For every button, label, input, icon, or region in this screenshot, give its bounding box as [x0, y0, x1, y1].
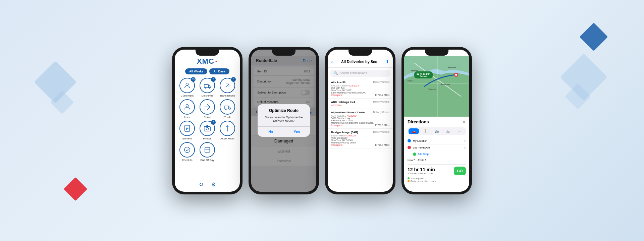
route-icon — [204, 103, 211, 111]
end-of-day-cell[interactable]: End Of Day — [198, 142, 216, 162]
directions-result: 12 hr 11 min 800 miles · Fastest route G… — [408, 164, 466, 177]
my-location-dot — [408, 139, 411, 142]
user-cell[interactable]: User — [178, 99, 196, 119]
directions-time-info: 12 hr 11 min 800 miles · Fastest route — [408, 167, 435, 175]
now-dropdown[interactable]: Now ▾ — [408, 159, 415, 162]
map-area: Toronto Montreal Detroit Baltimore Charl… — [404, 56, 469, 117]
asset-maint-cell[interactable]: Asset Maint — [218, 121, 236, 140]
delivery-item-1[interactable]: Alta Ace 50 Delivery Orders AACUSTOMER 4… — [328, 79, 393, 99]
customers-label: Customers — [181, 94, 194, 97]
delivery-item-4[interactable]: Bestype Image (PAR) Delivery Orders BEST… — [328, 129, 393, 148]
svg-point-6 — [225, 109, 226, 110]
tolls-warning-text: Tolls required — [411, 177, 424, 180]
phone-1-bottom-actions: ↻ ⚙ — [199, 181, 216, 192]
customers-badge: 35 — [191, 77, 196, 82]
search-icon: 🔍 — [334, 71, 338, 75]
map-svg: Toronto Montreal Detroit Baltimore Charl… — [404, 56, 469, 117]
delivery-3-customer: ALPHABETLD 4/23/2024 — [331, 115, 389, 117]
now-avoid-row: Now ▾ Avoid ▾ — [408, 157, 466, 163]
route-time-text: 12 hr 11 min — [417, 73, 430, 75]
photos-cell[interactable]: 0 Photos — [198, 121, 216, 140]
transport-tab-transit[interactable]: 🚌 — [431, 128, 442, 134]
customers-icon-circle: 35 — [179, 78, 195, 93]
delivery-item-2[interactable]: ABC Holdings Inc1 Delivery Orders 4/23/2… — [328, 99, 393, 109]
modal-title: Optimize Route — [258, 104, 310, 114]
svg-rect-5 — [224, 106, 229, 109]
back-button[interactable]: ‹ — [331, 58, 333, 65]
photos-badge: 0 — [211, 120, 216, 125]
transactions-cell[interactable]: 0 Transactions — [218, 78, 236, 97]
add-stop-label: Add Stop — [418, 153, 429, 156]
truck-cell[interactable]: Truck — [218, 99, 236, 119]
phone-3-deliveries: ‹ All Deliveries by Seq ⬆ 🔍 Search Trans… — [325, 47, 395, 194]
delivery-1-note: Early Morning / Pull into Dock AA — [331, 92, 389, 94]
modal-no-button[interactable]: No — [258, 127, 284, 137]
customers-cell[interactable]: 35 Customers — [178, 78, 196, 97]
phone-2-route-sale: Route-Sale Done Item ID 1011 Description… — [249, 47, 319, 194]
end-of-day-icon-circle — [200, 142, 215, 158]
settings-icon[interactable]: ⚙ — [211, 181, 216, 188]
phone-1-notch — [196, 50, 219, 56]
route-label: Route — [204, 116, 211, 119]
add-stop-button[interactable]: Add Stop — [408, 151, 466, 157]
check-in-icon — [183, 146, 191, 154]
phone-3-notch — [348, 50, 372, 56]
delivery-1-type: Delivery Orders — [373, 81, 389, 84]
check-in-cell[interactable]: Check In — [178, 142, 196, 162]
svg-text:Charlotte: Charlotte — [428, 88, 436, 90]
destination-label: 156 Tenth Ave — [413, 146, 430, 149]
transport-tab-more[interactable]: ⋯ — [454, 128, 465, 134]
deliveries-cell[interactable]: 0 Deliveries — [198, 78, 216, 97]
delivery-item-3[interactable]: Alphaetland School Center Delivery Order… — [328, 109, 393, 129]
delivery-1-customer: AACUSTOMER 4/23/2024 — [331, 84, 389, 87]
delivery-4-amount: E 716.0 Miles — [375, 144, 389, 146]
svg-point-0 — [186, 83, 188, 85]
check-in-icon-circle — [179, 142, 195, 158]
refresh-icon[interactable]: ↻ — [199, 181, 203, 188]
transport-tab-walk[interactable]: 🚶 — [420, 128, 430, 134]
svg-rect-1 — [204, 84, 209, 87]
route-time-badge: 12 hr 11 min Fastest — [414, 71, 433, 78]
transactions-icon — [224, 82, 231, 89]
route-fastest-label: Fastest — [417, 75, 430, 77]
transport-tab-car[interactable]: 🚗 — [409, 128, 419, 134]
search-bar[interactable]: 🔍 Search Transactions — [330, 70, 390, 77]
user-label: User — [184, 116, 190, 119]
xmc-logo-text: XMC — [197, 57, 214, 66]
deliveries-header: ‹ All Deliveries by Seq ⬆ — [328, 56, 393, 68]
go-button[interactable]: GO — [454, 167, 466, 175]
close-directions-icon[interactable]: ✕ — [462, 119, 466, 125]
modal-yes-button[interactable]: Yes — [284, 127, 310, 137]
route-icon-circle — [200, 99, 215, 115]
deliveries-icon-circle: 0 — [200, 78, 215, 93]
delivery-3-city: Baltimore, NY 11710 — [331, 119, 389, 122]
truck-icon — [224, 103, 231, 111]
all-weeks-button[interactable]: All Weeks — [185, 68, 207, 74]
result-time: 12 hr 11 min — [408, 167, 435, 172]
route-cell[interactable]: Route — [198, 99, 216, 119]
delivery-4-city: New York, NY 10040 — [331, 139, 389, 141]
delivery-2-name: ABC Holdings Inc1 — [331, 101, 355, 104]
delivery-2-type: Delivery Orders — [373, 101, 389, 104]
dashboard-icon-grid: 35 Customers 0 Deliveries — [175, 78, 240, 162]
delivery-4-address: 4580 Broadway — [331, 137, 389, 139]
svg-text:Montreal: Montreal — [448, 66, 456, 68]
phone-3-content: ‹ All Deliveries by Seq ⬆ 🔍 Search Trans… — [328, 50, 393, 192]
surveys-cell[interactable]: Surveys — [178, 121, 196, 140]
phone-4-directions: Toronto Montreal Detroit Baltimore Charl… — [401, 47, 472, 194]
delivery-3-footer: Incomplete E 738.9 Miles — [331, 124, 389, 126]
destination-drag[interactable]: ≡ — [464, 146, 466, 149]
delivery-3-note: Morning / Do not block the east entrance… — [331, 122, 389, 124]
avoid-dropdown[interactable]: Avoid ▾ — [418, 159, 426, 162]
share-icon[interactable]: ⬆ — [385, 59, 389, 64]
phone-2-content: Route-Sale Done Item ID 1011 Description… — [251, 50, 316, 192]
transactions-label: Transactions — [220, 94, 235, 97]
tolls-warning: Tolls required — [408, 177, 466, 180]
tolls-warning-dot — [408, 177, 410, 179]
timezone-warning-text: Route crosses time zones — [411, 180, 436, 182]
transport-tab-bike[interactable]: 🚲 — [443, 128, 453, 134]
all-days-button[interactable]: All Days — [209, 68, 229, 74]
modal-buttons: No Yes — [258, 127, 310, 137]
customers-icon — [183, 82, 191, 89]
my-location-drag[interactable]: ≡ — [464, 139, 466, 143]
